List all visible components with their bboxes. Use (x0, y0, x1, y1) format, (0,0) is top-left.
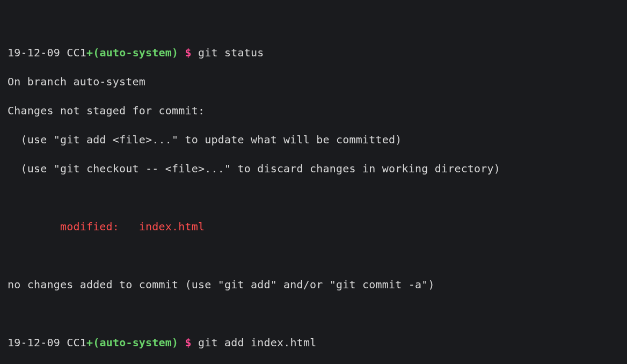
paren-open: ( (93, 46, 99, 59)
output-line: Changes not staged for commit: (8, 104, 619, 118)
command-text: git add index.html (198, 336, 316, 349)
paren-close: ) (172, 46, 178, 59)
prompt-symbol: $ (185, 46, 192, 59)
prompt-line: 19-12-09 CC1+(auto-system) $ git status (8, 46, 619, 60)
git-dirty-flag: + (86, 46, 93, 59)
timestamp: 19-12-09 (8, 336, 60, 349)
git-dirty-flag: + (86, 336, 93, 349)
prompt-symbol: $ (185, 336, 192, 349)
output-line: (use "git add <file>..." to update what … (8, 133, 619, 147)
output-blank (8, 249, 619, 263)
output-line: no changes added to commit (use "git add… (8, 278, 619, 292)
host: CC1 (67, 336, 86, 349)
command-text: git status (198, 46, 264, 59)
terminal-output[interactable]: 19-12-09 CC1+(auto-system) $ git status … (0, 0, 627, 364)
branch-name: auto-system (99, 46, 172, 59)
paren-open: ( (93, 336, 99, 349)
timestamp: 19-12-09 (8, 46, 60, 59)
prompt-line: 19-12-09 CC1+(auto-system) $ git add ind… (8, 336, 619, 350)
host: CC1 (67, 46, 86, 59)
paren-close: ) (172, 336, 178, 349)
modified-unstaged: modified: index.html (8, 220, 619, 234)
branch-name: auto-system (99, 336, 172, 349)
output-line: On branch auto-system (8, 75, 619, 89)
output-blank (8, 191, 619, 205)
output-line: (use "git checkout -- <file>..." to disc… (8, 162, 619, 176)
